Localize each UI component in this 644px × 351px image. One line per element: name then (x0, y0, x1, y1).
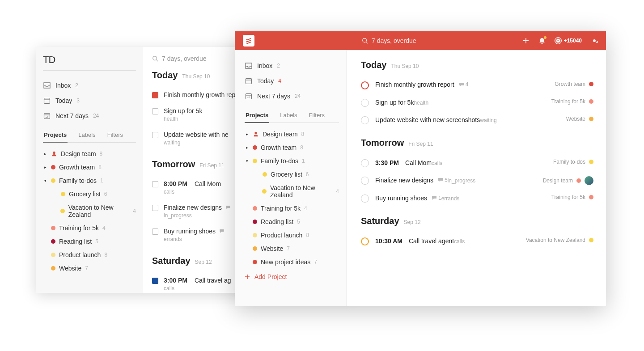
task-checkbox[interactable] (361, 99, 369, 107)
nav-today[interactable]: Today 3 (43, 93, 136, 108)
project-color-dot (589, 82, 593, 86)
project-row[interactable]: Product launch8 (43, 248, 136, 262)
task-checkbox[interactable] (361, 116, 369, 124)
task-project-name: Training for 5k (551, 194, 585, 200)
project-row[interactable]: Product launch8 (245, 228, 339, 242)
expand-caret[interactable]: ▸ (245, 145, 249, 150)
task-priority-marker[interactable] (152, 92, 158, 98)
task-title: 8:00 PMCall Mom (164, 180, 221, 187)
project-row[interactable]: Vacation to New Zealand4 (43, 201, 136, 221)
comment-count[interactable]: 1 (432, 195, 441, 201)
task-project[interactable]: Training for 5k (551, 98, 593, 105)
tab-labels[interactable]: Labels (279, 109, 298, 123)
tab-filters[interactable]: Filters (308, 109, 326, 123)
tab-filters[interactable]: Filters (106, 129, 124, 142)
nav-next7days[interactable]: +7 Next 7 days 24 (245, 89, 339, 104)
svg-point-3 (153, 56, 157, 60)
project-color-dot (263, 172, 267, 177)
task-label: in_progress (164, 212, 231, 219)
tab-labels[interactable]: Labels (77, 129, 96, 142)
project-row[interactable]: Reading list5 (43, 235, 136, 248)
project-row[interactable]: ▾Family to-dos1 (245, 154, 339, 168)
task-checkbox[interactable] (152, 205, 158, 211)
task-project[interactable]: Vacation to New Zealand (526, 237, 593, 243)
task-project[interactable]: Website (566, 116, 593, 122)
project-row[interactable]: Website7 (245, 242, 339, 255)
comment-count[interactable]: 5 (438, 177, 448, 183)
task-row[interactable]: Buy running shoes1errandsTraining for 5k (361, 190, 593, 207)
task-checkbox[interactable] (152, 228, 158, 235)
task-checkbox[interactable] (361, 159, 369, 167)
task-checkbox[interactable] (361, 237, 369, 245)
task-checkbox[interactable] (152, 132, 158, 138)
nav-inbox[interactable]: Inbox 2 (245, 58, 339, 73)
quick-add-button[interactable] (522, 37, 530, 44)
task-checkbox[interactable] (361, 81, 369, 89)
nav-inbox[interactable]: Inbox 2 (43, 78, 136, 93)
svg-text:+7: +7 (247, 96, 251, 99)
expand-caret[interactable]: ▾ (43, 178, 47, 183)
task-row[interactable]: Update website with new screenshotswaiti… (361, 111, 593, 129)
tab-projects[interactable]: Projects (43, 129, 68, 143)
project-color-dot (51, 266, 55, 271)
project-color-dot (589, 238, 593, 242)
task-checkbox[interactable] (361, 177, 369, 185)
expand-caret[interactable]: ▸ (43, 152, 47, 156)
task-row[interactable]: 3:30 PMCall MomcallsFamily to-dos (361, 154, 593, 172)
assignee-avatar[interactable] (585, 176, 593, 185)
project-row[interactable]: Training for 5k4 (245, 202, 339, 215)
project-row[interactable]: ▸Growth team8 (245, 141, 339, 154)
calendar-icon (43, 97, 51, 105)
project-row[interactable]: Grocery list6 (245, 168, 339, 181)
task-row[interactable]: Sign up for 5khealthTraining for 5k (361, 94, 593, 111)
expand-caret[interactable]: ▸ (43, 165, 47, 169)
project-row[interactable]: ▸Design team8 (43, 147, 136, 161)
task-priority-marker[interactable] (152, 278, 158, 284)
project-row[interactable]: ▸Design team8 (245, 127, 339, 141)
comment-icon (438, 178, 443, 182)
day-date: Sep 12 (404, 219, 421, 225)
task-project[interactable]: Growth team (555, 81, 593, 87)
nav-next7days[interactable]: +7 Next 7 days 24 (43, 108, 136, 123)
tab-projects[interactable]: Projects (245, 109, 269, 123)
task-project[interactable]: Design team (543, 176, 593, 185)
nav-today[interactable]: Today 4 (245, 73, 339, 89)
task-checkbox[interactable] (361, 195, 369, 203)
add-project-button[interactable]: Add Project (245, 269, 339, 285)
project-row[interactable]: Website7 (43, 262, 136, 275)
karma-score[interactable]: +15040 (555, 37, 582, 44)
project-row[interactable]: ▸Growth team8 (43, 161, 136, 174)
new-sidebar: Inbox 2 Today 4 +7 Next 7 days 24 Projec… (235, 50, 347, 306)
settings-button[interactable] (591, 37, 598, 44)
app-logo[interactable] (243, 35, 254, 47)
project-row[interactable]: Training for 5k4 (43, 221, 136, 235)
project-name: Vacation to New Zealand (270, 184, 332, 199)
task-title: Buy running shoes (164, 228, 225, 235)
project-row[interactable]: Grocery list6 (43, 187, 136, 201)
task-project[interactable]: Training for 5k (551, 194, 593, 200)
expand-caret[interactable]: ▾ (245, 159, 249, 163)
task-row[interactable]: Finish monthly growth report4Growth team (361, 76, 593, 94)
task-row[interactable]: 10:30 AMCall travel agentcallsVacation t… (361, 233, 593, 250)
task-project[interactable]: Family to-dos (553, 159, 593, 165)
nav-count: 24 (93, 113, 99, 119)
notification-dot (544, 36, 547, 39)
project-row[interactable]: Reading list5 (245, 215, 339, 228)
task-title: Sign up for 5k (375, 99, 414, 106)
project-row[interactable]: ▾Family to-dos1 (43, 174, 136, 187)
nav-count: 4 (278, 78, 281, 84)
notifications-button[interactable] (538, 37, 546, 44)
task-row[interactable]: Finalize new designs5in_progressDesign t… (361, 172, 593, 190)
task-checkbox[interactable] (152, 108, 158, 114)
expand-caret[interactable]: ▸ (245, 132, 249, 136)
task-checkbox[interactable] (152, 181, 158, 187)
project-count: 8 (100, 151, 103, 157)
karma-points: +15040 (564, 38, 582, 44)
project-row[interactable]: Vacation to New Zealand4 (245, 181, 339, 202)
svg-point-4 (363, 38, 367, 42)
comment-count[interactable]: 4 (459, 81, 469, 88)
project-color-dot (51, 226, 55, 230)
project-row[interactable]: New project ideas7 (245, 255, 339, 269)
task-title: Finish monthly growth report (375, 81, 454, 88)
search-field[interactable]: 7 days, overdue (362, 37, 522, 44)
